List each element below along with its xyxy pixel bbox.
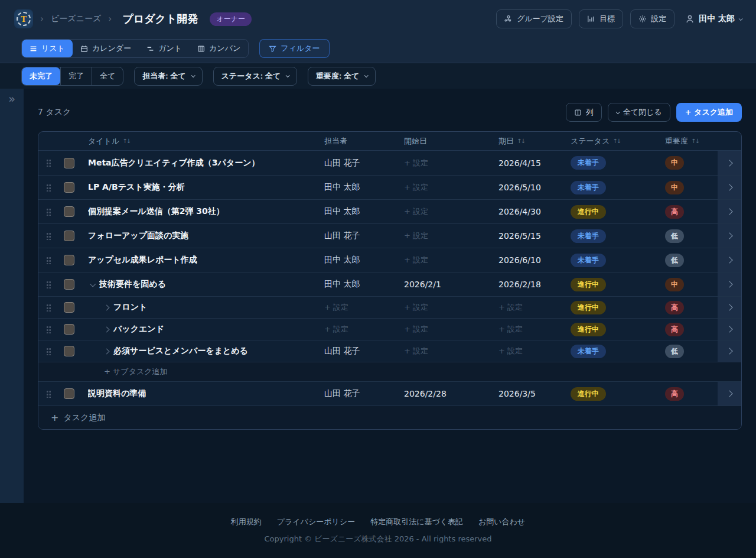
footer-link-commerce-law[interactable]: 特定商取引法に基づく表記	[370, 517, 463, 527]
assignee-name[interactable]: 山田 花子	[324, 388, 360, 399]
task-title[interactable]: 必須サービスとメンバーをまとめる	[113, 346, 248, 356]
start-date-set-placeholder[interactable]: + 設定	[404, 255, 428, 265]
due-date-set-placeholder[interactable]: + 設定	[498, 324, 523, 335]
add-task-button[interactable]: + タスク追加	[676, 103, 742, 122]
assignee-name[interactable]: 田中 太郎	[324, 279, 360, 290]
task-checkbox[interactable]	[64, 231, 74, 241]
assignee-set-placeholder[interactable]: + 設定	[324, 324, 348, 335]
filter-button[interactable]: フィルター	[259, 39, 329, 58]
task-checkbox[interactable]	[64, 324, 74, 335]
due-date[interactable]: 2026/2/18	[498, 280, 541, 289]
task-title[interactable]: Meta広告クリエイティブ作成（3パターン）	[88, 158, 260, 168]
due-date[interactable]: 2026/5/10	[498, 183, 541, 192]
tab-calendar[interactable]: カレンダー	[73, 40, 139, 57]
priority-badge[interactable]: 低	[665, 345, 684, 358]
priority-badge[interactable]: 高	[665, 301, 684, 314]
task-checkbox[interactable]	[64, 279, 74, 290]
task-checkbox[interactable]	[64, 182, 74, 193]
footer-link-privacy[interactable]: プライバシーポリシー	[277, 517, 355, 527]
assignee-name[interactable]: 山田 花子	[324, 158, 360, 168]
open-task-button[interactable]	[718, 224, 741, 248]
due-date[interactable]: 2026/6/10	[498, 255, 541, 265]
status-badge[interactable]: 進行中	[571, 323, 606, 336]
goals-button[interactable]: 目標	[579, 9, 623, 28]
priority-badge[interactable]: 低	[665, 229, 684, 243]
status-badge[interactable]: 未着手	[571, 181, 606, 194]
due-date[interactable]: 2026/4/30	[498, 207, 541, 216]
drag-handle[interactable]	[38, 176, 58, 199]
drag-handle[interactable]	[38, 200, 58, 223]
task-checkbox[interactable]	[64, 346, 74, 356]
due-date[interactable]: 2026/5/15	[498, 231, 541, 241]
status-filter-dropdown[interactable]: ステータス: 全て	[213, 67, 297, 86]
open-task-button[interactable]	[718, 176, 741, 199]
start-date[interactable]: 2026/2/1	[404, 280, 441, 289]
task-title[interactable]: 説明資料の準備	[88, 388, 146, 399]
task-checkbox[interactable]	[64, 255, 74, 265]
add-subtask-label[interactable]: + サブタスク追加	[104, 366, 168, 377]
task-title[interactable]: バックエンド	[113, 324, 164, 335]
breadcrumb-group-link[interactable]: ビーズニーズ	[51, 14, 101, 24]
task-checkbox[interactable]	[64, 206, 74, 217]
drag-handle[interactable]	[38, 297, 58, 318]
column-header-due[interactable]: 期日↑↓	[498, 132, 571, 150]
priority-badge[interactable]: 高	[665, 387, 684, 401]
open-task-button[interactable]	[718, 340, 741, 362]
status-badge[interactable]: 進行中	[571, 387, 606, 401]
drag-handle[interactable]	[38, 248, 58, 272]
status-badge[interactable]: 未着手	[571, 345, 606, 358]
start-date-set-placeholder[interactable]: + 設定	[404, 346, 428, 356]
caret-right-icon[interactable]	[104, 304, 110, 310]
tab-kanban[interactable]: カンバン	[190, 40, 248, 57]
assignee-name[interactable]: 山田 花子	[324, 346, 360, 356]
settings-button[interactable]: 設定	[630, 9, 674, 28]
due-date-set-placeholder[interactable]: + 設定	[498, 302, 523, 313]
caret-right-icon[interactable]	[104, 326, 110, 332]
task-title[interactable]: 個別提案メール送信（第2弾 30社）	[88, 206, 224, 217]
tab-gantt[interactable]: ガント	[139, 40, 190, 57]
status-badge[interactable]: 進行中	[571, 278, 606, 291]
status-badge[interactable]: 進行中	[571, 301, 606, 314]
due-date-set-placeholder[interactable]: + 設定	[498, 346, 523, 356]
add-task-row[interactable]: +タスク追加	[38, 405, 741, 429]
start-date-set-placeholder[interactable]: + 設定	[404, 158, 428, 168]
start-date-set-placeholder[interactable]: + 設定	[404, 302, 428, 313]
caret-down-icon[interactable]	[90, 281, 96, 287]
column-header-priority[interactable]: 重要度↑↓	[665, 132, 718, 150]
task-title[interactable]: アップセル成果レポート作成	[88, 255, 197, 265]
priority-badge[interactable]: 高	[665, 205, 684, 219]
open-task-button[interactable]	[718, 382, 741, 405]
priority-badge[interactable]: 中	[665, 156, 684, 170]
app-logo-icon[interactable]: T	[14, 9, 33, 28]
task-title[interactable]: LP A/Bテスト実施・分析	[88, 182, 185, 193]
priority-badge[interactable]: 低	[665, 254, 684, 267]
status-badge[interactable]: 進行中	[571, 205, 606, 219]
segment-all[interactable]: 全て	[92, 67, 123, 85]
assignee-name[interactable]: 田中 太郎	[324, 255, 360, 265]
collapse-all-button[interactable]: 全て閉じる	[608, 103, 670, 122]
task-title[interactable]: フォローアップ面談の実施	[88, 231, 188, 241]
assignee-name[interactable]: 山田 花子	[324, 231, 360, 241]
open-task-button[interactable]	[718, 297, 741, 318]
priority-filter-dropdown[interactable]: 重要度: 全て	[308, 67, 376, 86]
add-subtask-row[interactable]: + サブタスク追加	[38, 362, 741, 381]
assignee-set-placeholder[interactable]: + 設定	[324, 302, 348, 313]
due-date[interactable]: 2026/3/5	[498, 389, 536, 398]
status-badge[interactable]: 未着手	[571, 229, 606, 243]
column-header-assignee[interactable]: 担当者	[324, 132, 404, 150]
due-date[interactable]: 2026/4/15	[498, 158, 541, 168]
group-settings-button[interactable]: グループ設定	[496, 9, 572, 28]
start-date-set-placeholder[interactable]: + 設定	[404, 324, 428, 335]
column-header-start[interactable]: 開始日	[404, 132, 498, 150]
status-badge[interactable]: 未着手	[571, 156, 606, 170]
column-header-title[interactable]: タイトル↑↓	[80, 132, 324, 150]
status-badge[interactable]: 未着手	[571, 254, 606, 267]
open-task-button[interactable]	[718, 272, 741, 296]
start-date[interactable]: 2026/2/28	[404, 389, 447, 398]
drag-handle[interactable]	[38, 319, 58, 340]
footer-link-contact[interactable]: お問い合わせ	[478, 517, 525, 527]
drag-handle[interactable]	[38, 224, 58, 248]
drag-handle[interactable]	[38, 340, 58, 362]
task-checkbox[interactable]	[64, 388, 74, 399]
priority-badge[interactable]: 中	[665, 278, 684, 291]
